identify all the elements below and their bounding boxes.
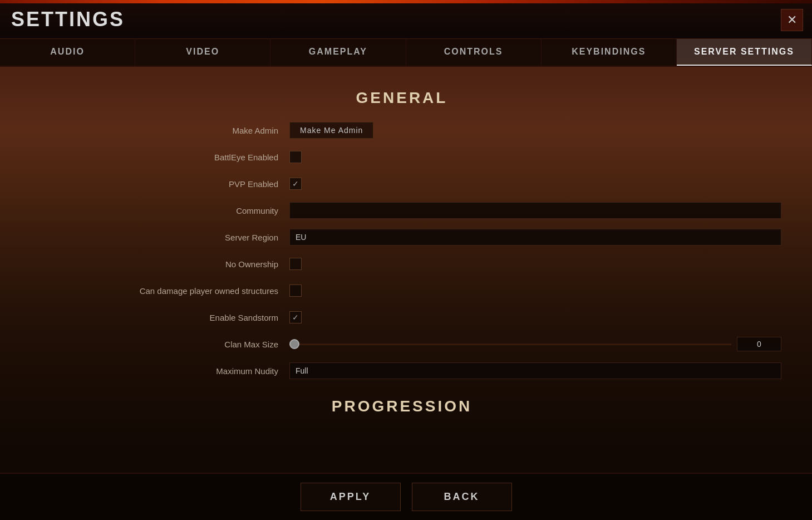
input-community[interactable] [289, 202, 781, 219]
tab-keybindings[interactable]: KEYBINDINGS [542, 39, 677, 66]
control-max-nudity [289, 362, 781, 379]
checkbox-sandstorm[interactable] [289, 311, 302, 323]
row-no-ownership: No Ownership [22, 254, 781, 274]
label-pvp: PVP Enabled [22, 179, 289, 189]
apply-button[interactable]: APPLY [301, 483, 401, 511]
input-max-nudity[interactable] [289, 362, 781, 379]
label-clan-max-size: Clan Max Size [22, 340, 289, 349]
tab-audio[interactable]: AUDIO [0, 39, 135, 66]
label-community: Community [22, 206, 289, 215]
control-community [289, 202, 781, 219]
label-max-nudity: Maximum Nudity [22, 366, 289, 376]
row-sandstorm: Enable Sandstorm [22, 307, 781, 327]
row-clan-max-size: Clan Max Size 0 [22, 334, 781, 354]
close-button[interactable]: ✕ [781, 9, 803, 31]
progression-spacer [22, 429, 781, 462]
back-button[interactable]: BACK [412, 483, 512, 511]
control-clan-max-size: 0 [289, 337, 781, 351]
control-battleye [289, 151, 781, 163]
control-server-region [289, 229, 781, 246]
checkbox-no-ownership[interactable] [289, 258, 302, 270]
input-server-region[interactable] [289, 229, 781, 246]
tab-server-settings[interactable]: SERVER SETTINGS [677, 39, 812, 66]
row-pvp: PVP Enabled [22, 174, 781, 194]
window-title: SETTINGS [11, 8, 125, 31]
tab-controls[interactable]: CONTROLS [406, 39, 542, 66]
checkbox-pvp[interactable] [289, 178, 302, 190]
row-community: Community [22, 200, 781, 220]
row-server-region: Server Region [22, 227, 781, 247]
content-area: GENERAL Make Admin Make Me Admin BattlEy… [0, 67, 812, 473]
label-sandstorm: Enable Sandstorm [22, 313, 289, 322]
control-can-damage [289, 284, 781, 297]
app: SETTINGS ✕ AUDIO VIDEO GAMEPLAY CONTROLS… [0, 0, 812, 520]
title-bar: SETTINGS ✕ [0, 0, 812, 39]
label-battleye: BattlEye Enabled [22, 153, 289, 162]
checkbox-battleye[interactable] [289, 151, 302, 163]
label-no-ownership: No Ownership [22, 259, 289, 269]
row-battleye: BattlEye Enabled [22, 147, 781, 167]
bottom-bar: APPLY BACK [0, 473, 812, 520]
slider-value-clan: 0 [737, 337, 781, 351]
row-max-nudity: Maximum Nudity [22, 361, 781, 381]
label-make-admin: Make Admin [22, 126, 289, 135]
tab-video[interactable]: VIDEO [135, 39, 270, 66]
general-section-header: GENERAL [22, 89, 781, 107]
control-sandstorm [289, 311, 781, 323]
control-pvp [289, 178, 781, 190]
checkbox-can-damage[interactable] [289, 284, 302, 297]
tab-gameplay[interactable]: GAMEPLAY [270, 39, 406, 66]
tabs-bar: AUDIO VIDEO GAMEPLAY CONTROLS KEYBINDING… [0, 39, 812, 67]
control-no-ownership [289, 258, 781, 270]
row-can-damage: Can damage player owned structures [22, 281, 781, 301]
label-server-region: Server Region [22, 233, 289, 242]
make-me-admin-button[interactable]: Make Me Admin [289, 122, 373, 139]
slider-clan-max-size[interactable] [289, 344, 731, 345]
label-can-damage: Can damage player owned structures [22, 286, 289, 296]
control-make-admin: Make Me Admin [289, 122, 781, 139]
settings-panel[interactable]: GENERAL Make Admin Make Me Admin BattlEy… [0, 67, 804, 473]
row-make-admin: Make Admin Make Me Admin [22, 120, 781, 140]
slider-container-clan: 0 [289, 337, 781, 351]
progression-section-header: PROGRESSION [22, 398, 781, 415]
main-window: SETTINGS ✕ AUDIO VIDEO GAMEPLAY CONTROLS… [0, 0, 812, 520]
